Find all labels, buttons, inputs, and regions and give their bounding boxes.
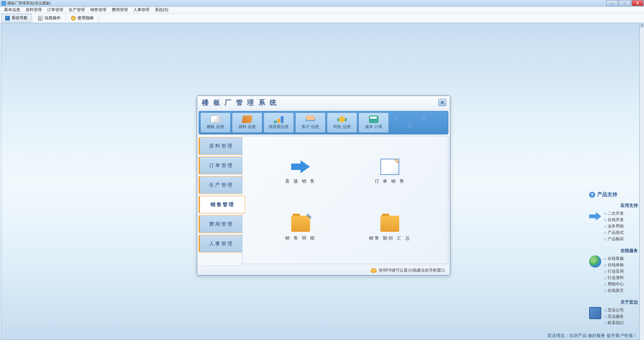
item-sale-period-summary[interactable]: 销售 期间 汇 总: [352, 207, 428, 251]
support-link[interactable]: 业务帮助: [604, 223, 638, 229]
navigator-close-button[interactable]: ✕: [438, 99, 446, 106]
support-link[interactable]: 行业应用: [604, 268, 638, 275]
menu-basic-info[interactable]: 基本信息: [1, 6, 23, 13]
menu-order-mgmt[interactable]: 订单管理: [44, 6, 66, 13]
app-icon: [1, 1, 6, 6]
menu-production-mgmt[interactable]: 生产管理: [66, 6, 88, 13]
arrow-right-icon: [291, 159, 310, 175]
item-label: 销 售 明 细: [285, 235, 316, 241]
note-icon: [380, 159, 399, 175]
link-list: 在线客服 在线体验 行业应用 行业资料 帮助中心 在线留言: [604, 255, 638, 294]
book-icon: [211, 116, 220, 123]
support-link[interactable]: 行业资料: [604, 275, 638, 281]
window-title: 楼板厂管理系统(非注册版): [7, 1, 50, 6]
nbtn-label: 原料 信息: [238, 124, 256, 130]
globe-icon: [589, 255, 601, 268]
nav-btn-floor-info[interactable]: 楼板 信息: [200, 113, 231, 133]
item-label: 销售 期间 汇 总: [369, 235, 411, 241]
tool-info-op[interactable]: 信息操作: [34, 14, 64, 22]
nav-btn-driver-info[interactable]: 司机 信息: [327, 113, 357, 133]
item-label: 订 单 销 售: [375, 178, 405, 184]
item-order-sale[interactable]: 订 单 销 售: [352, 150, 428, 193]
menu-sales-mgmt[interactable]: 销售管理: [88, 6, 109, 13]
minimize-button[interactable]: —: [606, 0, 618, 6]
nbtn-label: 司机 信息: [333, 124, 350, 130]
vertical-scrollbar[interactable]: ▲: [640, 23, 644, 340]
support-link[interactable]: 二次开发: [604, 210, 638, 217]
support-link[interactable]: 宏达公司: [604, 307, 638, 313]
decorative-stars: ☆ ☆ ☆: [390, 113, 447, 133]
side-tab-hr[interactable]: 人事管理: [199, 235, 242, 252]
support-link[interactable]: 在线留言: [604, 287, 638, 294]
slogan: 宏达理念：出好产品 做好服务 提升客户价值！: [547, 333, 637, 339]
navigator-header: 楼 板 厂 管 理 系 统 ✕: [197, 96, 450, 110]
tool-label: 系统导航: [11, 15, 28, 21]
nav-btn-customer-info[interactable]: 客户 信息: [295, 113, 326, 133]
section-title: 关于宏达: [589, 299, 638, 305]
list-icon: [38, 16, 43, 21]
arrow-icon: [589, 210, 601, 222]
side-tab-material[interactable]: 原料管理: [199, 137, 242, 155]
people-icon: [306, 116, 315, 123]
menu-expense-mgmt[interactable]: 费用管理: [109, 6, 131, 13]
nav-btn-cost-calc[interactable]: 成本 计算: [359, 113, 389, 133]
support-link[interactable]: 在线开发: [604, 217, 638, 223]
scroll-up-button[interactable]: ▲: [640, 23, 644, 28]
nav-icon: [5, 16, 10, 21]
toolbar: 系统导航 信息操作 使用指南: [0, 13, 644, 23]
nbtn-label: 供应商信息: [269, 124, 289, 130]
side-tabs: 原料管理 订单管理 生产管理 销售管理 费用管理 人事管理: [199, 136, 242, 264]
side-tab-order[interactable]: 订单管理: [199, 157, 242, 174]
menu-material-mgmt[interactable]: 原料管理: [23, 6, 44, 13]
section-title: 应用支持: [589, 203, 638, 209]
item-sale-detail[interactable]: 销 售 明 细: [263, 207, 339, 251]
monitor-icon: [589, 307, 601, 319]
nbtn-label: 客户 信息: [302, 124, 319, 130]
support-header: ? 产品支持: [589, 191, 638, 198]
content-pane: 直 接 销 售 订 单 销 售 销 售 明 细 销售 期间 汇 总: [242, 136, 448, 264]
support-link[interactable]: 产品形式: [604, 229, 638, 236]
support-title: 产品支持: [597, 191, 617, 198]
nbtn-label: 成本 计算: [365, 124, 382, 130]
side-tab-expense[interactable]: 费用管理: [199, 215, 242, 233]
support-link[interactable]: 在线体验: [604, 262, 638, 268]
tool-guide[interactable]: 使用指南: [67, 14, 97, 22]
navigator-footer: 使用F8键可以显示/隐藏当前导航窗口: [197, 266, 450, 275]
separator: [66, 14, 66, 22]
navigator-title: 楼 板 厂 管 理 系 统: [202, 98, 278, 107]
menubar: 基本信息 原料管理 订单管理 生产管理 销售管理 费用管理 人事管理 系统(S): [0, 7, 644, 13]
item-direct-sale[interactable]: 直 接 销 售: [263, 150, 339, 193]
question-icon: ?: [589, 192, 595, 198]
close-button[interactable]: X: [632, 0, 644, 6]
side-tab-sales[interactable]: 销售管理: [199, 196, 245, 213]
separator: [33, 14, 33, 22]
link-list: 二次开发 在线开发 业务帮助 产品形式 产品购买: [604, 210, 638, 242]
hint-icon: [371, 268, 377, 273]
support-link[interactable]: 联系我们: [604, 320, 638, 326]
nav-btn-material-info[interactable]: 原料 信息: [232, 113, 262, 133]
side-tab-production[interactable]: 生产管理: [199, 176, 242, 194]
support-section-app: 应用支持 二次开发 在线开发 业务帮助 产品形式 产品购买: [589, 203, 638, 242]
support-link[interactable]: 产品购买: [604, 236, 638, 242]
support-link[interactable]: 帮助中心: [604, 281, 638, 287]
navigator-panel: 楼 板 厂 管 理 系 统 ✕ 楼板 信息 原料 信息 供应商信息 客户 信息 …: [197, 95, 450, 276]
window-controls: — □ X: [606, 0, 644, 7]
nav-btn-supplier-info[interactable]: 供应商信息: [264, 113, 294, 133]
books-icon: [242, 116, 252, 123]
footer-hint: 使用F8键可以显示/隐藏当前导航窗口: [379, 268, 445, 273]
item-label: 直 接 销 售: [285, 178, 316, 184]
tool-label: 使用指南: [77, 15, 94, 21]
support-link[interactable]: 在线客服: [604, 255, 638, 262]
menu-system[interactable]: 系统(S): [152, 6, 171, 13]
chart-icon: [274, 116, 283, 123]
maximize-button[interactable]: □: [619, 0, 631, 6]
tool-system-nav[interactable]: 系统导航: [1, 14, 31, 22]
section-title: 在线服务: [589, 248, 638, 254]
menu-hr-mgmt[interactable]: 人事管理: [131, 6, 152, 13]
support-panel: ? 产品支持 应用支持 二次开发 在线开发 业务帮助 产品形式 产品购买 在线服…: [589, 191, 638, 332]
support-section-about: 关于宏达 宏达公司 宏达服务 联系我们: [589, 299, 638, 326]
separator: [99, 14, 99, 22]
navigator-toolbar: 楼板 信息 原料 信息 供应商信息 客户 信息 司机 信息 成本 计算 ☆ ☆ …: [199, 111, 448, 134]
support-link[interactable]: 宏达服务: [604, 313, 638, 320]
content-grid: 直 接 销 售 订 单 销 售 销 售 明 细 销售 期间 汇 总: [242, 136, 448, 264]
